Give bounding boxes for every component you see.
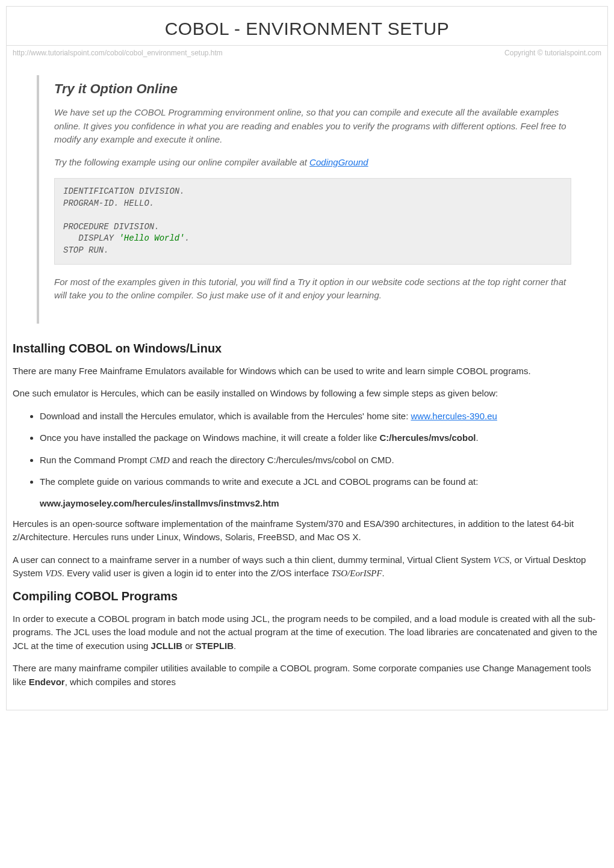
code-l3: PROCEDURE DIVISION <box>63 222 154 232</box>
hercules-link[interactable]: www.hercules-390.eu <box>411 411 497 421</box>
compile-p2: There are many mainframe compiler utilit… <box>13 662 601 689</box>
p4-d: . <box>382 568 385 578</box>
p4-em2: VDS <box>45 568 62 578</box>
install-p4: A user can connect to a mainframe server… <box>13 553 601 580</box>
page-title: COBOL - ENVIRONMENT SETUP <box>7 19 607 39</box>
title-bar: COBOL - ENVIRONMENT SETUP <box>7 7 607 46</box>
li3-a: Run the Command Prompt <box>40 455 150 465</box>
code-l5: STOP RUN <box>63 245 104 255</box>
code-l2c: HELLO <box>119 199 149 208</box>
try-it-callout: Try it Option Online We have set up the … <box>37 75 583 324</box>
code-dot: . <box>179 186 184 196</box>
code-l1: IDENTIFICATION DIVISION <box>63 186 179 196</box>
code-l4: DISPLAY <box>63 233 119 243</box>
install-p1: There are many Free Mainframe Emulators … <box>13 365 601 378</box>
cp1-a: In order to execute a COBOL program in b… <box>13 614 597 651</box>
code-dot: . <box>149 199 154 208</box>
install-steps-list: Download and install the Hercules emulat… <box>13 410 601 489</box>
code-string: 'Hello World' <box>119 233 184 243</box>
code-l2a: PROGRAM <box>63 199 99 208</box>
compile-p1: In order to execute a COBOL program in b… <box>13 612 601 653</box>
install-p2: One such emulator is Hercules, which can… <box>13 387 601 401</box>
list-item: Run the Command Prompt CMD and reach the… <box>40 454 601 467</box>
list-item: Download and install the Hercules emulat… <box>40 410 601 423</box>
p4-em1: VCS <box>493 555 509 565</box>
content-area: Installing COBOL on Windows/Linux There … <box>7 342 607 689</box>
cp1-b: or <box>182 641 196 651</box>
li1-text: Download and install the Hercules emulat… <box>40 411 411 421</box>
code-l2b: ID <box>104 199 114 208</box>
callout-para-2: Try the following example using our onli… <box>54 156 571 170</box>
page-container: COBOL - ENVIRONMENT SETUP http://www.tut… <box>6 6 608 710</box>
cp2-b: Endevor <box>29 677 65 687</box>
install-heading: Installing COBOL on Windows/Linux <box>13 342 601 356</box>
cp1-b2: STEPLIB <box>196 641 234 651</box>
url-row: http://www.tutorialspoint.com/cobol/cobo… <box>7 46 607 69</box>
callout-para-2-prefix: Try the following example using our onli… <box>54 157 309 167</box>
li2-bold: C:/hercules/mvs/cobol <box>379 432 476 443</box>
codingground-link[interactable]: CodingGround <box>309 157 368 167</box>
list-item: Once you have installed the package on W… <box>40 431 601 445</box>
code-example: IDENTIFICATION DIVISION. PROGRAM-ID. HEL… <box>54 178 571 265</box>
callout-para-3: For most of the examples given in this t… <box>54 275 571 303</box>
copyright-text: Copyright © tutorialspoint.com <box>504 49 601 57</box>
li4-text: The complete guide on various commands t… <box>40 476 478 487</box>
cp1-b1: JCLLIB <box>151 641 183 651</box>
cp2-c: , which compiles and stores <box>65 677 176 687</box>
p4-c: . Every valid user is given a login id t… <box>62 568 332 578</box>
source-url: http://www.tutorialspoint.com/cobol/cobo… <box>13 49 223 57</box>
p4-em3: TSO/EorISPF <box>331 568 382 578</box>
callout-para-1: We have set up the COBOL Programming env… <box>54 106 571 147</box>
code-dot: . <box>104 245 108 255</box>
code-dash: - <box>99 199 104 208</box>
cp1-c: . <box>234 641 236 651</box>
code-dot: . <box>154 222 159 232</box>
compile-heading: Compiling COBOL Programs <box>13 589 601 603</box>
callout-heading: Try it Option Online <box>54 81 571 97</box>
li3-b: and reach the directory C:/hercules/mvs/… <box>170 455 394 465</box>
p4-a: A user can connect to a mainframe server… <box>13 555 493 565</box>
li2-text: Once you have installed the package on W… <box>40 432 379 443</box>
code-dot: . <box>185 233 190 243</box>
jaymoseley-url: www.jaymoseley.com/hercules/installmvs/i… <box>40 498 601 508</box>
list-item: The complete guide on various commands t… <box>40 475 601 489</box>
li3-em: CMD <box>150 455 170 465</box>
install-p3: Hercules is an open-source software impl… <box>13 517 601 544</box>
